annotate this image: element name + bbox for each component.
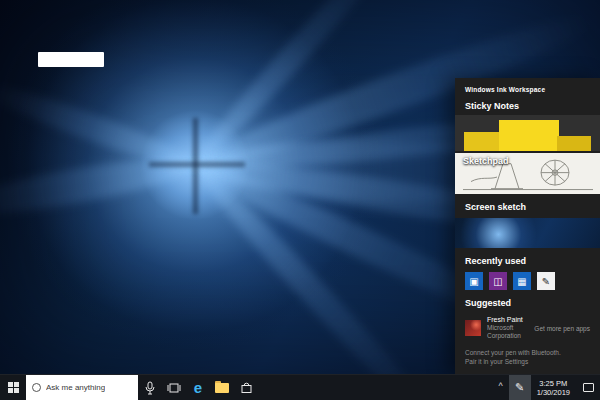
get-more-pen-apps-link[interactable]: Get more pen apps xyxy=(534,325,590,332)
panel-title: Windows Ink Workspace xyxy=(455,78,600,93)
desktop: Windows Ink Workspace Sticky Notes Sketc… xyxy=(0,0,600,400)
pen-icon: ✎ xyxy=(515,381,524,394)
task-view-icon xyxy=(167,382,181,394)
fresh-paint-icon xyxy=(465,320,481,336)
windows-logo-icon xyxy=(8,382,19,393)
recent-app-4-icon[interactable]: ✎ xyxy=(537,272,555,290)
clock-date: 1/30/2019 xyxy=(537,388,570,397)
sticky-note-shape xyxy=(499,120,560,151)
taskbar-clock[interactable]: 3:25 PM 1/30/2019 xyxy=(531,375,576,400)
watermark-box xyxy=(38,52,104,67)
sticky-notes-label: Sticky Notes xyxy=(455,93,600,115)
microphone-button[interactable] xyxy=(138,375,162,400)
taskbar-empty-area xyxy=(258,375,493,400)
microphone-icon xyxy=(144,381,156,395)
suggested-app-row[interactable]: Fresh Paint Microsoft Corporation Get mo… xyxy=(455,312,600,340)
search-input[interactable]: Ask me anything xyxy=(26,375,138,400)
ink-workspace-tray-button[interactable]: ✎ xyxy=(509,375,531,400)
store-bag-icon xyxy=(240,381,253,394)
file-explorer-button[interactable] xyxy=(210,375,234,400)
folder-icon xyxy=(215,383,229,393)
cortana-icon xyxy=(32,383,41,392)
window-logo-mullion xyxy=(149,162,245,167)
panel-footer: Connect your pen with Bluetooth. Pair it… xyxy=(455,340,600,374)
sticky-note-shape xyxy=(557,136,592,150)
sticky-note-shape xyxy=(464,132,502,151)
recently-used-label: Recently used xyxy=(455,248,600,270)
edge-icon: e xyxy=(194,380,202,395)
edge-browser-button[interactable]: e xyxy=(186,375,210,400)
sticky-notes-thumbnail[interactable] xyxy=(455,115,600,151)
recent-app-3-icon[interactable]: ▦ xyxy=(513,272,531,290)
clock-time: 3:25 PM xyxy=(539,379,567,388)
suggested-app-name: Fresh Paint xyxy=(487,316,528,324)
screen-sketch-thumbnail[interactable] xyxy=(455,218,600,248)
windows-ink-workspace-panel: Windows Ink Workspace Sticky Notes Sketc… xyxy=(455,78,600,374)
recently-used-row: ▣ ◫ ▦ ✎ xyxy=(455,270,600,290)
screen-sketch-label: Screen sketch xyxy=(455,194,600,216)
recent-app-1-icon[interactable]: ▣ xyxy=(465,272,483,290)
chevron-up-icon: ^ xyxy=(499,381,503,391)
sketchpad-label: Sketchpad xyxy=(463,156,509,166)
action-center-button[interactable] xyxy=(576,375,600,400)
suggested-app-publisher: Microsoft Corporation xyxy=(487,324,528,340)
task-view-button[interactable] xyxy=(162,375,186,400)
taskbar: Ask me anything e xyxy=(0,374,600,400)
pair-in-settings-link[interactable]: Pair it in your Settings xyxy=(465,357,590,366)
store-button[interactable] xyxy=(234,375,258,400)
suggested-label: Suggested xyxy=(455,290,600,312)
sketchpad-thumbnail[interactable]: Sketchpad xyxy=(455,153,600,194)
search-placeholder: Ask me anything xyxy=(46,383,105,392)
recent-app-2-icon[interactable]: ◫ xyxy=(489,272,507,290)
tray-chevron-up-button[interactable]: ^ xyxy=(493,375,509,400)
start-button[interactable] xyxy=(0,375,26,400)
action-center-icon xyxy=(583,383,594,392)
bluetooth-hint-text: Connect your pen with Bluetooth. xyxy=(465,348,590,357)
